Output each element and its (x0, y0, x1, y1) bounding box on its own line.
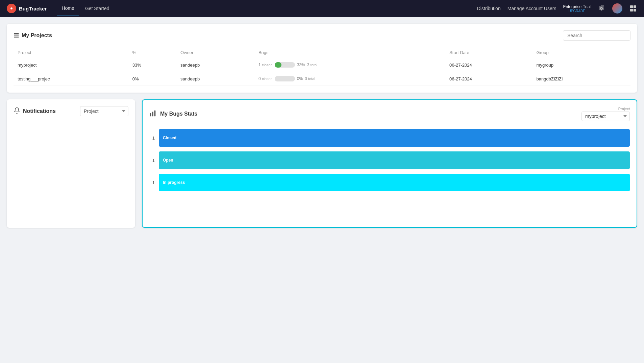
cell-owner: sandeepb (176, 58, 254, 72)
projects-table: Project % Owner Bugs Start Date Group my… (14, 47, 630, 86)
project-selector-label: Project (618, 107, 630, 111)
cell-bugs: 0 closed 0% 0 total (254, 72, 445, 86)
chart-bar-fill: Closed (159, 129, 630, 147)
col-bugs: Bugs (254, 47, 445, 58)
bugs-chart: 1 Closed 1 Open 1 In progress (149, 129, 630, 191)
cell-group: bangdbZIZIZI (532, 72, 630, 86)
progress-bar (275, 62, 295, 68)
col-percent: % (128, 47, 176, 58)
notifications-card: Notifications Project myproject testing_… (7, 99, 135, 228)
chart-bar-container: Closed (159, 129, 630, 147)
nav-logo-icon (7, 4, 16, 13)
cell-bugs: 1 closed 33% 3 total (254, 58, 445, 72)
enterprise-badge: Enterprise-Trial UPGRADE (563, 4, 591, 13)
chart-bar-container: In progress (159, 174, 630, 191)
chart-bar-fill: Open (159, 151, 630, 169)
app-name: BugTracker (19, 6, 47, 11)
chart-bar-container: Open (159, 151, 630, 169)
projects-title: My Projects (22, 32, 52, 39)
project-selector: Project myproject testing___projec (581, 107, 630, 121)
bugs-stats-title: My Bugs Stats (160, 111, 197, 117)
bugs-percent-label: 0% (297, 76, 303, 81)
bottom-row: Notifications Project myproject testing_… (7, 99, 637, 228)
bugs-percent-label: 33% (297, 63, 305, 67)
bugs-closed-count: 1 closed (258, 63, 273, 67)
cell-percent: 33% (128, 58, 176, 72)
bugs-header: My Bugs Stats Project myproject testing_… (149, 107, 630, 121)
notifications-header: Notifications Project myproject testing_… (14, 106, 128, 116)
projects-card: ☰ My Projects Project % Owner Bugs Start… (7, 24, 637, 93)
table-row[interactable]: myproject 33% sandeepb 1 closed 33% 3 to… (14, 58, 630, 72)
apps-grid-icon[interactable] (629, 4, 637, 13)
bell-icon (14, 107, 20, 115)
bugs-total-count: 3 total (307, 63, 318, 67)
svg-point-1 (10, 7, 13, 9)
chart-row: 1 Closed (149, 129, 630, 147)
user-avatar[interactable] (612, 3, 622, 14)
chart-bar-status: Open (163, 158, 173, 163)
chart-row: 1 Open (149, 151, 630, 169)
cell-group: mygroup (532, 58, 630, 72)
bugs-title-group: My Bugs Stats (149, 110, 197, 118)
nav-distribution[interactable]: Distribution (477, 6, 501, 11)
notifications-title: Notifications (23, 108, 56, 114)
upgrade-link[interactable]: UPGRADE (568, 9, 585, 13)
bugs-stats-card: My Bugs Stats Project myproject testing_… (142, 99, 637, 228)
notifications-title-group: Notifications (14, 107, 56, 115)
bugs-total-count: 0 total (305, 76, 315, 81)
projects-header: ☰ My Projects (14, 30, 630, 41)
table-header-row: Project % Owner Bugs Start Date Group (14, 47, 630, 58)
nav-right: Distribution Manage Account Users Enterp… (477, 3, 637, 14)
col-start-date: Start Date (445, 47, 532, 58)
progress-bar (275, 76, 295, 81)
col-group: Group (532, 47, 630, 58)
chart-bar-fill: In progress (159, 174, 630, 191)
cell-project-name: myproject (14, 58, 128, 72)
cell-owner: sandeepb (176, 72, 254, 86)
nav-brand[interactable]: BugTracker (7, 4, 47, 13)
chart-bar-value: 1 (149, 180, 155, 185)
nav-home[interactable]: Home (57, 1, 79, 16)
bugs-closed-count: 0 closed (258, 76, 273, 81)
settings-icon[interactable] (597, 4, 605, 13)
chart-bar-status: In progress (163, 180, 185, 185)
svg-rect-2 (150, 113, 151, 116)
cell-start-date: 06-27-2024 (445, 72, 532, 86)
chart-bar-icon (149, 110, 157, 118)
table-row[interactable]: testing___projec 0% sandeepb 0 closed 0%… (14, 72, 630, 86)
navbar: BugTracker Home Get Started Distribution… (0, 0, 644, 17)
search-input[interactable] (563, 30, 630, 41)
chart-bar-value: 1 (149, 136, 155, 141)
cell-percent: 0% (128, 72, 176, 86)
menu-icon: ☰ (14, 32, 19, 39)
plan-label: Enterprise-Trial (563, 4, 591, 9)
projects-title-group: ☰ My Projects (14, 32, 52, 39)
cell-start-date: 06-27-2024 (445, 58, 532, 72)
main-content: ☰ My Projects Project % Owner Bugs Start… (0, 17, 644, 235)
chart-bar-value: 1 (149, 158, 155, 163)
svg-rect-3 (152, 112, 153, 116)
nav-manage-users[interactable]: Manage Account Users (507, 6, 556, 11)
cell-project-name: testing___projec (14, 72, 128, 86)
bugs-project-select[interactable]: myproject testing___projec (581, 112, 630, 121)
svg-rect-4 (154, 111, 156, 116)
chart-row: 1 In progress (149, 174, 630, 191)
col-owner: Owner (176, 47, 254, 58)
chart-bar-status: Closed (163, 136, 176, 140)
notifications-project-select[interactable]: Project myproject testing___projec (80, 106, 128, 116)
nav-get-started[interactable]: Get Started (80, 1, 114, 16)
nav-links: Home Get Started (57, 1, 477, 16)
col-project: Project (14, 47, 128, 58)
